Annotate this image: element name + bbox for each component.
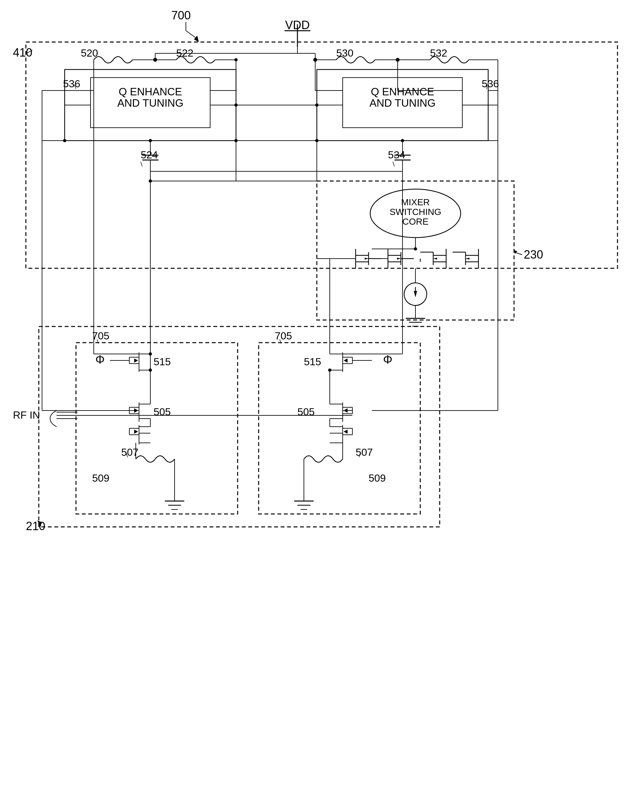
label-210: 210: [26, 519, 45, 533]
label-705-left: 705: [92, 330, 109, 342]
label-705-right: 705: [275, 330, 292, 342]
circuit-diagram: 700 VDD 410 520 522: [0, 0, 644, 812]
phi-left: Φ: [95, 353, 105, 366]
svg-point-106: [414, 247, 417, 250]
label-536-right: 536: [482, 78, 499, 90]
svg-point-185: [149, 368, 152, 372]
text-and-tuning-left: AND TUNING: [118, 97, 184, 109]
label-515-left: 515: [154, 356, 171, 368]
label-509-right: 509: [369, 472, 386, 484]
label-230: 230: [524, 248, 543, 261]
phi-right: Φ: [383, 353, 392, 366]
svg-point-217: [149, 353, 152, 356]
text-mixer-1: MIXER: [401, 197, 430, 207]
svg-point-33: [149, 139, 152, 142]
svg-point-214: [234, 58, 238, 61]
svg-point-194: [328, 368, 331, 372]
label-536-left: 536: [63, 78, 80, 90]
label-505-left: 505: [154, 406, 171, 418]
text-switching-1: SWITCHING: [389, 207, 441, 217]
label-509-left: 509: [92, 472, 109, 484]
svg-point-58: [401, 139, 404, 142]
svg-point-43: [396, 58, 400, 62]
text-q-enhance-right: Q ENHANCE: [371, 85, 434, 98]
label-505-right: 505: [298, 406, 314, 418]
label-507-right: 507: [356, 446, 373, 458]
label-520: 520: [81, 47, 98, 59]
text-and-tuning-right: AND TUNING: [369, 97, 436, 109]
svg-point-16: [153, 58, 157, 62]
text-core-1: CORE: [403, 217, 429, 227]
label-rf-in: RF IN: [13, 409, 40, 421]
label-515-right: 515: [304, 356, 321, 368]
text-q-enhance-left: Q ENHANCE: [119, 85, 182, 98]
label-410: 410: [13, 46, 32, 59]
svg-rect-0: [0, 0, 644, 812]
svg-point-207: [63, 139, 66, 142]
label-700: 700: [171, 9, 191, 22]
